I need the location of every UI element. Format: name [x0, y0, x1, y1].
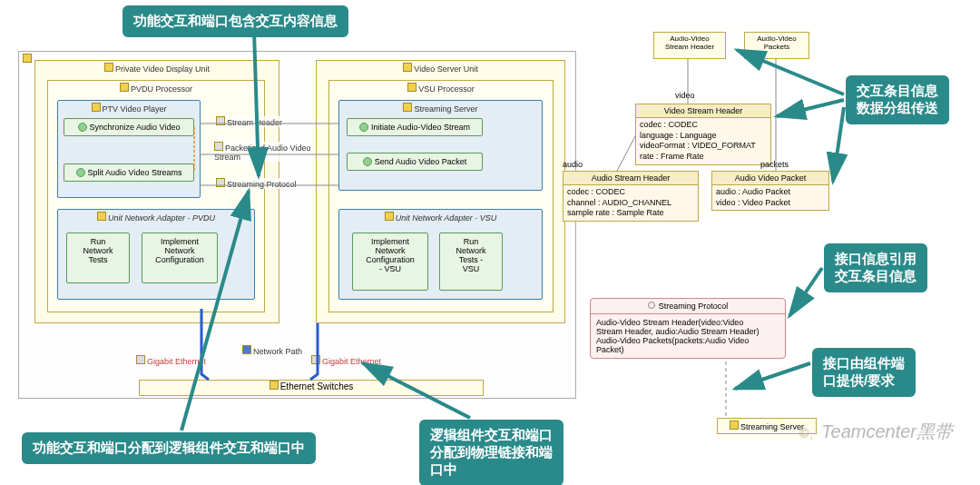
packets-label: packets — [760, 160, 789, 169]
svg-line-11 — [777, 100, 844, 116]
gig-eth-right: Gigabit Ethernet — [311, 355, 381, 366]
av-packets-block: Audio-Video Packets — [744, 32, 809, 59]
vsh-row-1: language : Language — [640, 131, 767, 142]
vsh-row-0: codec : CODEC — [640, 120, 767, 131]
stream-header-label: Stream Header — [214, 116, 284, 127]
split-av: Split Audio Video Streams — [64, 163, 194, 182]
watermark: ©、Teamcenter黑带 — [799, 420, 953, 444]
pav-stream-label: Packetized Audio Video Stream — [212, 142, 312, 162]
vsu-title: Video Server Unit — [414, 64, 477, 74]
stream-srv-title: Streaming Server — [414, 104, 477, 114]
split-av-label: Split Audio Video Streams — [88, 168, 182, 177]
sync-av-label: Synchronize Audio Video — [90, 123, 181, 132]
av-stream-hdr-block: Audio-Video Stream Header — [653, 32, 726, 59]
video-stream-header-block: Video Stream Header codec : CODEC langua… — [635, 104, 771, 165]
run-net-tests-vsu: Run Network Tests - VSU — [439, 233, 503, 291]
callout-interface-port: 接口由组件端 口提供/要求 — [812, 348, 916, 397]
ash-row-1: channel : AUDIO_CHANNEL — [567, 198, 694, 209]
ethernet-switches: Ethernet Switches — [139, 380, 484, 396]
vsh-row-2: videoFormat : VIDEO_FORMAT — [640, 141, 767, 152]
callout-logical-physical: 逻辑组件交互和端口 分配到物理链接和端 口中 — [419, 420, 564, 485]
audio-label: audio — [563, 160, 583, 169]
protocol-row-0: Audio-Video Stream Header(video:Video St… — [596, 318, 779, 336]
pvdu-title: Private Video Display Unit — [115, 64, 210, 74]
svg-line-13 — [789, 268, 822, 316]
pvdu-proc-title: PVDU Processor — [131, 84, 192, 94]
send-av-pkt: Send Audio Video Packet — [347, 153, 483, 171]
ash-title: Audio Stream Header — [592, 173, 671, 183]
impl-net-conf: Implement Network Configuration — [142, 233, 218, 283]
video-label: video — [675, 91, 695, 100]
callout-func-port-info: 功能交互和端口包含交互内容信息 — [122, 5, 348, 37]
net-pvdu-title: Unit Network Adapter - PVDU — [108, 213, 215, 223]
ptv-player-title: PTV Video Player — [103, 104, 167, 114]
audio-stream-header-block: Audio Stream Header codec : CODEC channe… — [563, 171, 699, 222]
audio-video-packet-block: Audio Video Packet audio : Audio Packet … — [711, 171, 829, 211]
ash-row-2: sample rate : Sample Rate — [567, 208, 694, 219]
gig-eth-left: Gigabit Ethernet — [136, 355, 206, 366]
streaming-protocol-box: Streaming Protocol Audio-Video Stream He… — [590, 298, 786, 359]
avp-row-1: video : Video Packet — [716, 198, 825, 209]
init-av-stream: Initiate Audio-Video Stream — [347, 118, 483, 136]
avp-row-0: audio : Audio Packet — [716, 187, 825, 198]
ptv-player: PTV Video Player — [57, 100, 201, 198]
net-vsu-title: Unit Network Adapter - VSU — [396, 213, 497, 223]
stream-proto-label: Streaming Protocol — [214, 178, 299, 189]
protocol-title: Streaming Protocol — [659, 302, 729, 311]
ash-row-0: codec : CODEC — [567, 187, 694, 198]
sync-av: Synchronize Audio Video — [64, 118, 194, 136]
callout-interaction-data: 交互条目信息 数据分组传送 — [846, 75, 949, 124]
impl-net-conf-vsu: Implement Network Configuration - VSU — [352, 233, 428, 291]
callout-interface-info: 接口信息引用 交互条目信息 — [824, 243, 927, 292]
send-av-pkt-label: Send Audio Video Packet — [375, 157, 466, 166]
protocol-row-1: Audio-Video Packets(packets:Audio Video … — [596, 336, 779, 354]
run-net-tests: Run Network Tests — [66, 233, 130, 283]
init-av-stream-label: Initiate Audio-Video Stream — [371, 123, 470, 132]
callout-func-logical: 功能交互和端口分配到逻辑组件交互和端口中 — [22, 432, 316, 464]
svg-line-12 — [833, 107, 844, 182]
vsu-proc-title: VSU Processor — [418, 84, 475, 94]
net-path-label: Network Path — [240, 345, 304, 356]
vsh-row-3: rate : Frame Rate — [640, 152, 767, 163]
avp-title: Audio Video Packet — [735, 173, 806, 183]
streaming-server-comp: Streaming Server — [338, 100, 543, 191]
svg-line-7 — [617, 136, 635, 171]
eth-sw-label: Ethernet Switches — [280, 381, 354, 391]
svg-line-14 — [735, 363, 810, 389]
vsh-title: Video Stream Header — [664, 106, 742, 115]
